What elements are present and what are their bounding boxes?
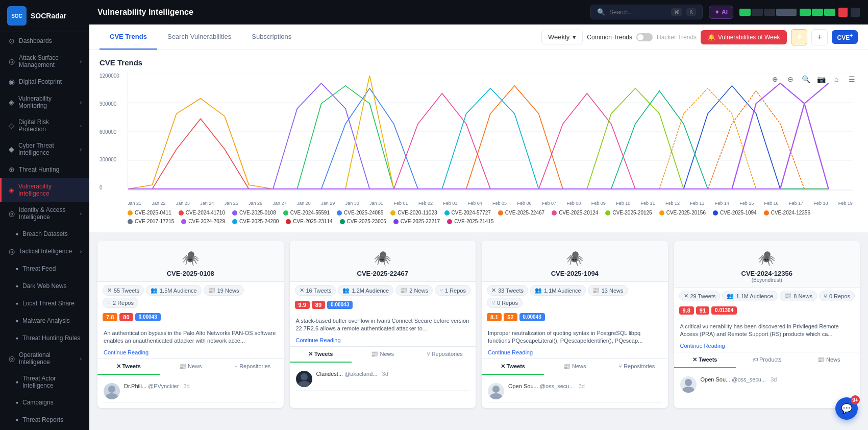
card-tab-news-12356[interactable]: 📰 News xyxy=(798,352,860,368)
topbar-icon-wide[interactable] xyxy=(776,9,797,16)
x-feb09: Feb 09 xyxy=(591,201,606,206)
x-feb19: Feb 19 xyxy=(838,201,853,206)
continue-reading-12356[interactable]: Continue Reading xyxy=(674,343,860,352)
legend-cve-2024-12356: CVE-2024-12356 xyxy=(764,210,810,216)
sidebar-item-threat-actor[interactable]: ▪ Threat Actor Intelligence xyxy=(0,370,89,394)
card-tab-news-1094[interactable]: 📰 News xyxy=(544,359,606,375)
sidebar-label-threat-hunting: Threat Hunting xyxy=(19,166,59,173)
tab-subscriptions[interactable]: Subscriptions xyxy=(241,25,302,50)
sidebar-item-identity-access[interactable]: ◎ Identity & Access Intelligence › xyxy=(0,202,89,225)
card-tab-repos-22467[interactable]: ⑂ Repositories xyxy=(414,347,476,363)
tweets-chip-1094: ✕ 33 Tweets xyxy=(487,285,528,296)
card-tab-tweets-0108[interactable]: ✕ Tweets xyxy=(97,359,160,375)
vuln-intel-icon: ◈ xyxy=(9,186,14,194)
y-label-900000: 900000 xyxy=(100,101,128,107)
sidebar-label-identity-access: Identity & Access Intelligence xyxy=(19,206,76,221)
tab-search-vuln[interactable]: Search Vulnerabilities xyxy=(157,25,241,50)
digital-footprint-icon: ◉ xyxy=(9,78,15,86)
cve-card-0108: 🕷️ CVE-2025-0108 ✕ 55 Tweets 👥 1.5M Audi… xyxy=(97,241,284,408)
score2-0108: 80 xyxy=(119,313,133,321)
tweet-item-12356: Open Sou... @oss_secu... 3d xyxy=(680,373,854,396)
topbar-icon-green3[interactable] xyxy=(812,9,823,16)
sidebar-label-vuln-intel: Vulnerability Intelligence xyxy=(18,183,82,197)
sidebar-item-vuln-intel[interactable]: ◈ Vulnerability Intelligence xyxy=(0,178,89,202)
tweet-meta-1094: Open Sou... @oss_secu... 3d xyxy=(508,383,585,389)
x-feb13: Feb 13 xyxy=(690,201,704,206)
cve-desc-0108: An authentication bypass in the Palo Alt… xyxy=(97,325,284,349)
chat-bubble[interactable]: 💬 9+ xyxy=(835,397,858,420)
avatar-22467 xyxy=(296,371,312,387)
plus-button[interactable]: + xyxy=(811,29,828,45)
tab-cve-trends[interactable]: CVE Trends xyxy=(100,25,157,50)
topbar-icon-green2[interactable] xyxy=(800,9,811,16)
sidebar-item-cyber-threat[interactable]: ◆ Cyber Threat Intelligence › xyxy=(0,137,89,161)
card-tab-products-12356[interactable]: 🏷 Products xyxy=(736,352,798,368)
sidebar-item-campaigns[interactable]: ▪ Campaigns xyxy=(0,394,89,411)
x-feb07: Feb 07 xyxy=(542,201,556,206)
ai-button[interactable]: ✦ AI xyxy=(709,6,733,19)
legend-dot-17215 xyxy=(128,219,133,224)
cyber-threat-icon: ◆ xyxy=(9,145,14,153)
topbar-icon-dark1[interactable] xyxy=(752,9,763,16)
card-tab-news-0108[interactable]: 📰 News xyxy=(160,359,222,375)
legend-cve-2025-1094: CVE-2025-1094 xyxy=(713,210,757,216)
continue-reading-1094[interactable]: Continue Reading xyxy=(482,349,668,359)
sidebar-item-threat-feed[interactable]: ▪ Threat Feed xyxy=(0,260,89,277)
audience-icon-22467: 👥 xyxy=(342,287,350,294)
card-tab-tweets-1094[interactable]: ✕ Tweets xyxy=(482,359,544,375)
sidebar-item-dashboards[interactable]: ⊙ Dashboards xyxy=(0,32,89,50)
audience-icon-12356: 👥 xyxy=(727,293,734,299)
topbar-icon-green4[interactable] xyxy=(824,9,835,16)
period-button[interactable]: Weekly ▾ xyxy=(541,30,583,44)
sidebar-item-threat-hunting[interactable]: ⊕ Threat Hunting xyxy=(0,161,89,178)
cve-card-header-12356: 🕷️ CVE-2024-12356 (Beyondtrust) xyxy=(674,241,860,288)
legend-dot-41710 xyxy=(179,210,184,216)
sidebar-item-dark-web-news[interactable]: ▪ Dark Web News xyxy=(0,277,89,295)
news-tab-icon-0108: 📰 xyxy=(179,363,186,370)
sidebar-item-malware-analysis[interactable]: ▪ Malware Analysis xyxy=(0,312,89,329)
sun-button[interactable]: ✦ xyxy=(791,29,807,45)
card-tabs-12356: ✕ Tweets 🏷 Products 📰 News xyxy=(674,352,860,368)
chart-x-axis: Jan 21 Jan 22 Jan 23 Jan 24 Jan 25 Jan 2… xyxy=(128,201,853,206)
legend-cve-2025-22217: CVE-2025-22217 xyxy=(393,219,440,224)
search-input[interactable] xyxy=(609,9,667,16)
sidebar-item-digital-risk[interactable]: ◇ Digital Risk Protection › xyxy=(0,114,89,137)
card-tab-news-22467[interactable]: 📰 News xyxy=(352,347,414,363)
score1-0108: 7.8 xyxy=(103,313,117,321)
sidebar-item-tactical-intel[interactable]: ◎ Tactical Intelligence › xyxy=(0,243,89,260)
search-box[interactable]: 🔍 ⌘ K xyxy=(590,5,703,19)
common-trends-label: Common Trends xyxy=(587,34,632,41)
chart-y-axis: 1200000 900000 600000 300000 0 xyxy=(100,73,128,190)
cve-badge-button[interactable]: CVE+ xyxy=(832,30,858,44)
sidebar-item-local-threat-share[interactable]: ▪ Local Threat Share xyxy=(0,295,89,312)
sidebar-item-threat-hunting-rules[interactable]: ▪ Threat Hunting Rules xyxy=(0,329,89,347)
operational-intel-icon: ◎ xyxy=(9,354,15,363)
cve-desc-22467: A stack-based buffer overflow in Ivanti … xyxy=(290,313,476,337)
hacker-trends-toggle[interactable] xyxy=(636,33,653,41)
topbar-icon-green1[interactable] xyxy=(739,9,751,16)
y-label-0: 0 xyxy=(100,185,128,190)
sidebar-item-threat-reports[interactable]: ▪ Threat Reports xyxy=(0,411,89,428)
continue-reading-22467[interactable]: Continue Reading xyxy=(290,337,476,346)
card-tab-repos-1094[interactable]: ⑂ Repositories xyxy=(606,359,668,375)
card-tab-tweets-22467[interactable]: ✕ Tweets xyxy=(290,347,352,363)
topbar-icon-dark3[interactable] xyxy=(851,8,860,17)
sidebar-item-breach-datasets[interactable]: ▪ Breach Datasets xyxy=(0,225,89,243)
card-tab-repos-0108[interactable]: ⑂ Repositories xyxy=(221,359,284,375)
threat-actor-icon: ▪ xyxy=(16,378,18,386)
svg-point-9 xyxy=(492,386,500,393)
x-jan24: Jan 24 xyxy=(200,201,214,206)
card-tab-tweets-12356[interactable]: ✕ Tweets xyxy=(674,352,736,368)
sidebar-item-digital-footprint[interactable]: ◉ Digital Footprint xyxy=(0,73,89,90)
sidebar-item-operational-intel[interactable]: ◎ Operational Intelligence › xyxy=(0,347,89,370)
local-threat-share-icon: ▪ xyxy=(16,299,18,307)
topbar-icon-red[interactable] xyxy=(838,8,848,17)
topbar-icon-dark2[interactable] xyxy=(764,9,775,16)
sidebar-item-attack-surface[interactable]: ◎ Attack Surface Management › xyxy=(0,50,89,73)
github-icon-0108: ⑂ xyxy=(107,300,111,306)
vulnerabilities-of-week-button[interactable]: 🔔 Vulnerabilities of Week xyxy=(701,30,787,44)
continue-reading-0108[interactable]: Continue Reading xyxy=(97,349,284,359)
x-tab-icon-1094: ✕ xyxy=(501,363,505,370)
legend-cve-2025-0411: CVE-2025-0411 xyxy=(128,210,171,216)
sidebar-item-vuln-monitoring[interactable]: ◈ Vulnerability Monitoring › xyxy=(0,90,89,114)
